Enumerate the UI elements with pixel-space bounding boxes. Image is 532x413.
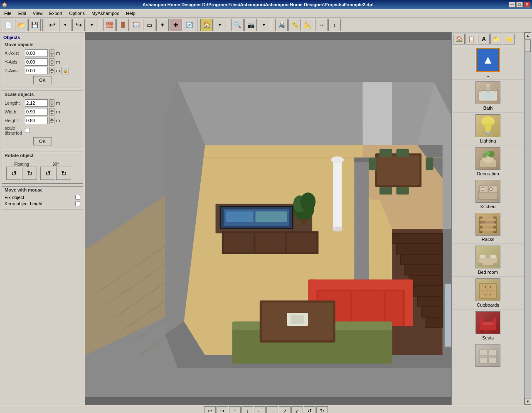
category-bedroom[interactable]: Bed room <box>452 244 524 277</box>
tb-undo-dropdown[interactable]: ▼ <box>59 19 71 31</box>
tb-move[interactable]: ✚ <box>170 19 182 31</box>
svg-marker-39 <box>363 82 392 145</box>
x-axis-down[interactable]: ▼ <box>49 53 54 57</box>
category-bath[interactable]: Bath <box>452 80 524 113</box>
minimize-button[interactable]: — <box>509 2 515 7</box>
tb-measure1[interactable]: 📏 <box>288 19 301 31</box>
category-more[interactable] <box>452 342 524 370</box>
menu-help[interactable]: Help <box>123 10 138 17</box>
height-down[interactable]: ▼ <box>49 120 54 124</box>
y-axis-up[interactable]: ▲ <box>49 58 54 62</box>
menu-file[interactable]: File <box>2 10 14 17</box>
scale-ok-button[interactable]: OK <box>33 137 52 145</box>
right-icon-home[interactable]: 🏠 <box>453 34 465 44</box>
category-decoration[interactable]: Decoration <box>452 145 524 178</box>
right-icon-star[interactable]: ⭐ <box>503 34 515 44</box>
rotate-cw-button[interactable]: ↻ <box>22 167 37 180</box>
menu-myashampoo[interactable]: MyAshampoo <box>89 10 122 17</box>
tb-zoom[interactable]: 🔍 <box>231 19 244 31</box>
z-axis-up[interactable]: ▲ <box>49 67 54 71</box>
category-kitchen[interactable]: Kitchen <box>452 178 524 211</box>
canvas-area[interactable] <box>85 32 451 405</box>
scale-distorted-checkbox[interactable] <box>25 128 30 133</box>
nav-down[interactable]: ↓ <box>241 406 253 413</box>
y-axis-input[interactable] <box>25 58 48 66</box>
scroll-track[interactable] <box>525 39 531 398</box>
scroll-down-arrow[interactable]: ▼ <box>525 398 531 405</box>
menu-edit[interactable]: Edit <box>16 10 29 17</box>
length-down[interactable]: ▼ <box>49 103 54 107</box>
keep-height-checkbox[interactable] <box>75 201 80 206</box>
tb-save[interactable]: 💾 <box>28 19 41 31</box>
nav-rotate-right[interactable]: ↻ <box>316 406 328 413</box>
tb-sep2 <box>100 19 101 31</box>
nav-left[interactable]: ← <box>254 406 266 413</box>
tb-redo[interactable]: ↪ <box>72 19 85 31</box>
z-axis-input[interactable] <box>25 67 48 74</box>
tb-sep5 <box>272 19 273 31</box>
maximize-button[interactable]: □ <box>516 2 523 7</box>
width-up[interactable]: ▲ <box>49 108 54 112</box>
category-cupboards[interactable]: Cupboards <box>452 277 524 310</box>
tb-open[interactable]: 📂 <box>15 19 27 31</box>
tb-3d-view[interactable]: 🏠 <box>200 19 213 31</box>
y-axis-down[interactable]: ▼ <box>49 62 54 66</box>
tb-rotate[interactable]: 🔄 <box>183 19 195 31</box>
rotate-90-cw-button[interactable]: ↻ <box>56 167 71 180</box>
tb-new[interactable]: 📄 <box>2 19 14 31</box>
floating-rotate-group: ↺ ↻ <box>6 167 37 180</box>
svg-rect-58 <box>377 155 419 185</box>
x-axis-input[interactable] <box>25 49 48 57</box>
tb-wall[interactable]: 🧱 <box>103 19 116 31</box>
nav-undo[interactable]: ↩ <box>204 406 216 413</box>
right-icon-folder[interactable]: 📁 <box>490 34 502 44</box>
x-axis-up[interactable]: ▲ <box>49 49 54 53</box>
nav-diag2[interactable]: ↙ <box>291 406 303 413</box>
width-input[interactable] <box>25 108 48 116</box>
move-ok-button[interactable]: OK <box>33 76 52 84</box>
tb-measure3[interactable]: ↔ <box>315 19 328 31</box>
tb-redo-dropdown[interactable]: ▼ <box>86 19 98 31</box>
category-racks[interactable]: Racks <box>452 211 524 244</box>
height-up[interactable]: ▲ <box>49 117 54 120</box>
z-axis-lock[interactable]: 🔒 <box>62 67 69 74</box>
width-down[interactable]: ▼ <box>49 112 54 116</box>
tb-measure4[interactable]: ↕ <box>328 19 341 31</box>
nav-redo[interactable]: ↪ <box>217 406 228 413</box>
right-icon-font[interactable]: A <box>478 34 490 44</box>
nav-right[interactable]: → <box>266 406 278 413</box>
tb-window[interactable]: 🪟 <box>130 19 142 31</box>
category-lighting[interactable]: Lighting <box>452 113 524 145</box>
nav-diag1[interactable]: ↗ <box>279 406 291 413</box>
nav-up[interactable]: ↑ <box>229 406 241 413</box>
tb-undo[interactable]: ↩ <box>46 19 58 31</box>
tb-measure2[interactable]: 📐 <box>302 19 314 31</box>
length-up[interactable]: ▲ <box>49 99 54 103</box>
menu-options[interactable]: Options <box>66 10 87 17</box>
tb-door[interactable]: 🚪 <box>116 19 129 31</box>
menu-view[interactable]: View <box>30 10 45 17</box>
rotate-90-ccw-button[interactable]: ↺ <box>40 167 55 180</box>
length-input[interactable] <box>25 99 48 107</box>
scroll-up-arrow[interactable]: ▲ <box>525 32 531 39</box>
right-up-button[interactable]: ▲ <box>476 48 500 72</box>
tb-room[interactable]: ▭ <box>143 19 155 31</box>
tb-view-dropdown[interactable]: ▼ <box>214 19 226 31</box>
category-seats[interactable]: Seats <box>452 310 524 342</box>
right-icon-list[interactable]: 📋 <box>466 34 477 44</box>
fix-object-checkbox[interactable] <box>75 195 80 200</box>
tb-camera[interactable]: 📷 <box>244 19 257 31</box>
svg-rect-104 <box>481 221 486 224</box>
tb-select[interactable]: ✦ <box>156 19 169 31</box>
scroll-thumb[interactable] <box>525 39 531 52</box>
nav-rotate-left[interactable]: ↺ <box>304 406 315 413</box>
svg-rect-61 <box>379 187 392 194</box>
z-axis-down[interactable]: ▼ <box>49 71 54 74</box>
rotate-ccw-button[interactable]: ↺ <box>6 167 21 180</box>
tb-camera-dropdown[interactable]: ▼ <box>258 19 270 31</box>
menu-export[interactable]: Export <box>47 10 65 17</box>
height-input[interactable] <box>25 117 48 124</box>
close-button[interactable]: ✕ <box>524 2 530 7</box>
svg-rect-28 <box>392 233 442 243</box>
tb-print[interactable]: 🖨️ <box>275 19 288 31</box>
